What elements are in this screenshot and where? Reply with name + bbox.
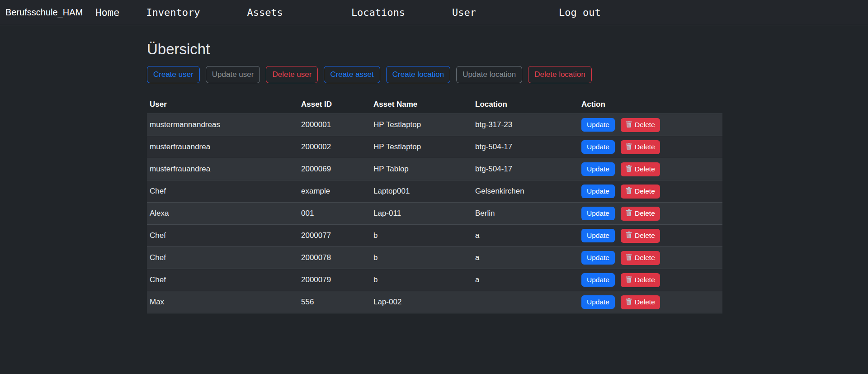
- trash-icon: [626, 209, 632, 218]
- table-row: musterfrauandrea 2000002 HP Testlaptop b…: [147, 136, 722, 158]
- assets-table: User Asset ID Asset Name Location Action…: [147, 95, 722, 313]
- navbar-brand[interactable]: Berufsschule_HAM: [5, 7, 83, 18]
- crud-toolbar: Create user Update user Delete user Crea…: [147, 66, 722, 83]
- cell-action: Update: [579, 203, 722, 225]
- delete-row-button[interactable]: Delete: [621, 140, 660, 154]
- cell-action: Update: [579, 269, 722, 291]
- toolbar-button[interactable]: Delete location: [528, 66, 591, 83]
- cell-user: Chef: [147, 269, 298, 291]
- delete-row-button[interactable]: Delete: [621, 295, 660, 309]
- cell-user: Max: [147, 291, 298, 313]
- cell-user: Alexa: [147, 203, 298, 225]
- update-row-button[interactable]: Update: [581, 185, 615, 198]
- table-row: Chef 2000077 b a Update: [147, 225, 722, 247]
- trash-icon: [626, 165, 632, 174]
- table-header: User Asset ID Asset Name Location Action: [147, 95, 722, 114]
- cell-location: a: [472, 269, 579, 291]
- cell-location: btg-317-23: [472, 114, 579, 136]
- update-row-button[interactable]: Update: [581, 118, 615, 132]
- cell-asset-name: b: [371, 225, 472, 247]
- cell-action: Update: [579, 291, 722, 313]
- delete-row-button[interactable]: Delete: [621, 273, 660, 287]
- cell-asset-name: Lap-002: [371, 291, 472, 313]
- cell-action: Update: [579, 114, 722, 136]
- delete-row-button[interactable]: Delete: [621, 207, 660, 221]
- cell-asset-name: b: [371, 247, 472, 269]
- toolbar-button[interactable]: Create location: [386, 66, 450, 83]
- toolbar-button[interactable]: Create user: [147, 66, 200, 83]
- cell-user: musterfrauandrea: [147, 158, 298, 180]
- toolbar-button[interactable]: Create asset: [324, 66, 380, 83]
- main-content: Übersicht Create user Update user Delete…: [147, 41, 722, 313]
- navbar-link[interactable]: Home: [95, 7, 119, 18]
- column-header-action: Action: [579, 95, 722, 114]
- update-row-button[interactable]: Update: [581, 162, 615, 176]
- trash-icon: [626, 276, 632, 284]
- cell-location: [472, 291, 579, 313]
- cell-user: mustermannandreas: [147, 114, 298, 136]
- delete-button-label: Delete: [635, 165, 655, 173]
- delete-row-button[interactable]: Delete: [621, 229, 660, 243]
- cell-asset-id: 2000078: [298, 247, 371, 269]
- table-row: musterfrauandrea 2000069 HP Tablop btg-5…: [147, 158, 722, 180]
- cell-asset-id: 2000001: [298, 114, 371, 136]
- update-row-button[interactable]: Update: [581, 207, 615, 220]
- update-row-button[interactable]: Update: [581, 140, 615, 154]
- cell-asset-id: 2000079: [298, 269, 371, 291]
- column-header-location: Location: [472, 95, 579, 114]
- delete-row-button[interactable]: Delete: [621, 251, 660, 265]
- trash-icon: [626, 232, 632, 240]
- navbar-link[interactable]: Inventory: [146, 7, 200, 18]
- navbar-link[interactable]: User: [452, 7, 476, 18]
- update-row-button[interactable]: Update: [581, 229, 615, 242]
- update-row-button[interactable]: Update: [581, 251, 615, 265]
- cell-action: Update: [579, 225, 722, 247]
- cell-action: Update: [579, 180, 722, 203]
- table-row: Chef example Laptop001 Gelsenkirchen Upd…: [147, 180, 722, 203]
- update-row-button[interactable]: Update: [581, 295, 615, 309]
- toolbar-button[interactable]: Delete user: [266, 66, 318, 83]
- column-header-asset-name: Asset Name: [371, 95, 472, 114]
- cell-asset-name: HP Tablop: [371, 158, 472, 180]
- cell-action: Update: [579, 247, 722, 269]
- cell-location: Berlin: [472, 203, 579, 225]
- cell-asset-id: 2000002: [298, 136, 371, 158]
- cell-asset-name: HP Testlaptop: [371, 114, 472, 136]
- delete-button-label: Delete: [635, 254, 655, 262]
- table-body: mustermannandreas 2000001 HP Testlaptop …: [147, 114, 722, 313]
- cell-user: Chef: [147, 247, 298, 269]
- cell-user: musterfrauandrea: [147, 136, 298, 158]
- table-row: Chef 2000078 b a Update: [147, 247, 722, 269]
- trash-icon: [626, 143, 632, 151]
- table-row: Max 556 Lap-002 Update: [147, 291, 722, 313]
- cell-asset-id: example: [298, 180, 371, 203]
- table-row: Chef 2000079 b a Update: [147, 269, 722, 291]
- delete-button-label: Delete: [635, 121, 655, 129]
- delete-button-label: Delete: [635, 209, 655, 218]
- update-row-button[interactable]: Update: [581, 273, 615, 287]
- navbar-link[interactable]: Assets: [247, 7, 283, 18]
- delete-row-button[interactable]: Delete: [621, 185, 660, 199]
- toolbar-button[interactable]: Update user: [206, 66, 260, 83]
- column-header-asset-id: Asset ID: [298, 95, 371, 114]
- table-row: Alexa 001 Lap-011 Berlin Update: [147, 203, 722, 225]
- cell-asset-name: b: [371, 269, 472, 291]
- navbar-link[interactable]: Locations: [351, 7, 405, 18]
- delete-button-label: Delete: [635, 187, 655, 195]
- trash-icon: [626, 254, 632, 262]
- delete-row-button[interactable]: Delete: [621, 162, 660, 176]
- navbar-item: User: [452, 7, 476, 18]
- cell-asset-name: Lap-011: [371, 203, 472, 225]
- delete-row-button[interactable]: Delete: [621, 118, 660, 132]
- top-navbar: Berufsschule_HAM Home Inventory Assets L…: [0, 0, 868, 25]
- cell-location: a: [472, 247, 579, 269]
- navbar-item: Locations: [351, 7, 405, 18]
- cell-asset-id: 001: [298, 203, 371, 225]
- cell-action: Update: [579, 136, 722, 158]
- trash-icon: [626, 298, 632, 307]
- navbar-link[interactable]: Log out: [559, 7, 601, 18]
- cell-location: btg-504-17: [472, 136, 579, 158]
- toolbar-button[interactable]: Update location: [456, 66, 522, 83]
- navbar-links: Home Inventory Assets Locations User Log…: [83, 7, 601, 18]
- cell-location: a: [472, 225, 579, 247]
